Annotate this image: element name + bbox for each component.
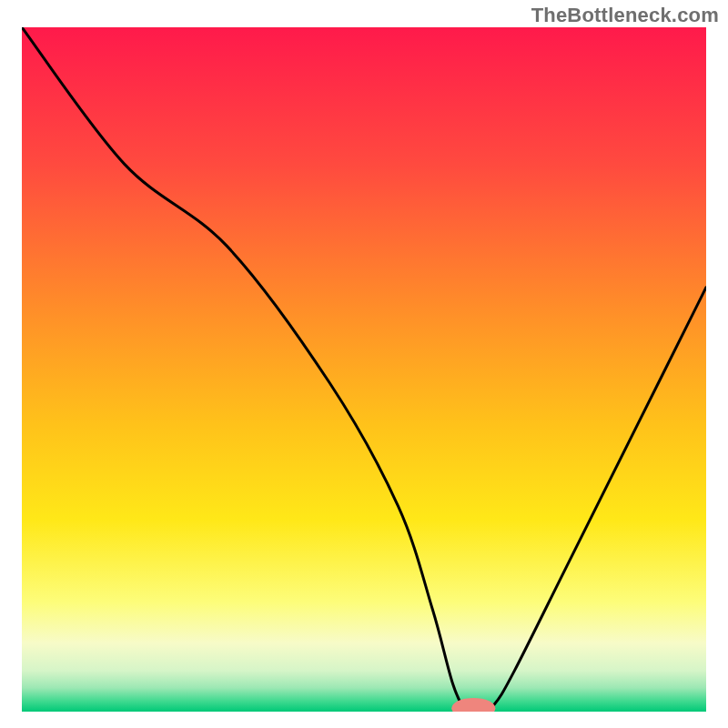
bottleneck-chart xyxy=(22,27,706,712)
plot-area xyxy=(22,27,706,712)
chart-background xyxy=(22,27,706,712)
chart-container: TheBottleneck.com xyxy=(0,0,728,728)
watermark-label: TheBottleneck.com xyxy=(531,4,719,27)
